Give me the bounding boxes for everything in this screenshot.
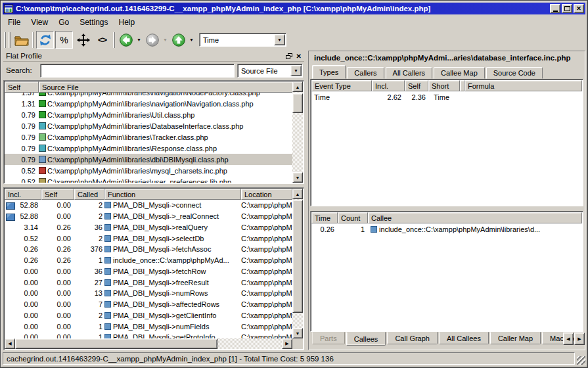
scrollbar-thumb[interactable] bbox=[292, 200, 303, 313]
scroll-up-icon[interactable]: ▲ bbox=[292, 81, 303, 92]
scroll-up-icon[interactable]: ▲ bbox=[292, 189, 303, 199]
title-bar[interactable]: C:\xampp\tmp\cachegrind.out.1416463299-C… bbox=[3, 3, 585, 14]
scroll-down-icon[interactable]: ▼ bbox=[292, 172, 303, 183]
toolbar-grip[interactable] bbox=[113, 32, 115, 48]
back-dropdown[interactable]: ▼ bbox=[135, 31, 143, 49]
function-row[interactable]: 52.88 0.00 2 PMA_DBI_Mysqli->connect C:\… bbox=[5, 200, 292, 211]
column-header-called[interactable]: Called bbox=[74, 189, 104, 200]
forward-button[interactable] bbox=[143, 31, 161, 49]
search-input[interactable] bbox=[40, 64, 235, 78]
function-row[interactable]: 0.00 0.00 27 PMA_DBI_Mysqli->freeResult … bbox=[5, 277, 292, 288]
column-header-self[interactable]: Self bbox=[405, 80, 428, 91]
bottom-tab[interactable]: Parts bbox=[312, 332, 345, 344]
column-header-location[interactable]: Location bbox=[241, 189, 292, 200]
column-header-event-type[interactable]: Event Type bbox=[311, 80, 372, 91]
menu-item[interactable]: Settings bbox=[74, 16, 113, 28]
function-row[interactable]: 0.00 0.00 1 PMA_DBI_Mysqli->getProtoInfo… bbox=[5, 332, 292, 338]
function-row[interactable]: 0.26 0.26 376 PMA_DBI_Mysqli->fetchAssoc… bbox=[5, 244, 292, 255]
tab-scroll-left-icon[interactable]: ◀ bbox=[563, 333, 574, 345]
resize-grip-icon[interactable] bbox=[577, 356, 585, 365]
bottom-tab[interactable]: Callees bbox=[346, 332, 386, 346]
column-header-self[interactable]: Self bbox=[5, 81, 39, 93]
callee-cell: include_once::C:\xampp\phpMyAdmin\librar… bbox=[368, 225, 582, 233]
function-row[interactable]: 0.00 0.00 1 PMA_DBI_Mysqli->numFields C:… bbox=[5, 321, 292, 332]
function-cell: PMA_DBI_Mysqli->realQuery bbox=[104, 223, 241, 231]
bottom-tab[interactable]: All Callees bbox=[439, 332, 489, 344]
column-header-incl[interactable]: Incl. bbox=[5, 189, 41, 200]
menu-item[interactable]: Help bbox=[114, 16, 141, 28]
grouping-combobox[interactable]: Source File ▼ bbox=[237, 64, 303, 78]
menu-item[interactable]: Go bbox=[53, 16, 74, 28]
scroll-left-icon[interactable]: ◀ bbox=[5, 338, 15, 349]
maximize-button[interactable] bbox=[562, 4, 572, 13]
source-file-row[interactable]: 0.79 C:\xampp\phpMyAdmin\libraries\Datab… bbox=[5, 120, 292, 131]
source-file-row[interactable]: 0.52 C:\xampp\phpMyAdmin\libraries\user_… bbox=[5, 176, 292, 183]
percentage-button[interactable]: % bbox=[55, 31, 73, 49]
function-row[interactable]: 0.00 0.00 7 PMA_DBI_Mysqli->affectedRows… bbox=[5, 299, 292, 310]
detail-tab[interactable]: All Callers bbox=[386, 67, 433, 79]
column-header-formula[interactable]: Formula bbox=[464, 80, 582, 91]
minimize-button[interactable] bbox=[550, 4, 560, 13]
list-vertical-scrollbar[interactable]: ▲ ▼ bbox=[292, 81, 303, 183]
source-file-row[interactable]: 1.31 C:\xampp\phpMyAdmin\libraries\navig… bbox=[5, 98, 292, 109]
up-button[interactable] bbox=[170, 31, 187, 49]
source-file-row[interactable]: 0.52 C:\xampp\phpMyAdmin\libraries\mysql… bbox=[5, 165, 292, 176]
column-header-source-file[interactable]: Source File bbox=[39, 81, 303, 93]
function-vertical-scrollbar[interactable]: ▲ ▼ bbox=[292, 189, 303, 338]
column-header-time[interactable]: Time bbox=[311, 212, 338, 223]
scrollbar-thumb[interactable] bbox=[15, 338, 217, 349]
toolbar-grip[interactable] bbox=[4, 32, 6, 48]
dock-float-button[interactable] bbox=[286, 53, 292, 59]
source-file-row[interactable]: 0.79 C:\xampp\phpMyAdmin\libraries\Track… bbox=[5, 131, 292, 143]
menu-item[interactable]: View bbox=[26, 16, 53, 28]
column-header-short[interactable]: Short bbox=[428, 80, 460, 91]
callees-table: Time Count Callee 0.26 1 include_once::C… bbox=[310, 211, 583, 332]
source-file-row[interactable]: 1.37 C:\xampp\phpMyAdmin\libraries\navig… bbox=[5, 93, 292, 98]
scroll-right-icon[interactable]: ▶ bbox=[282, 338, 292, 349]
column-header-function[interactable]: Function bbox=[104, 189, 241, 200]
source-file-row[interactable]: 0.79 C:\xampp\phpMyAdmin\libraries\Respo… bbox=[5, 143, 292, 154]
event-type-combobox[interactable]: Time ▼ bbox=[199, 33, 286, 47]
column-header-self[interactable]: Self bbox=[41, 189, 74, 200]
function-row[interactable]: 52.88 0.00 2 PMA_DBI_Mysqli->_realConnec… bbox=[5, 211, 292, 222]
column-header-callee[interactable]: Callee bbox=[368, 212, 582, 223]
detail-tab[interactable]: Callers bbox=[347, 67, 384, 79]
cycle-detection-button[interactable]: <> bbox=[93, 31, 111, 49]
detail-tab[interactable]: Source Code bbox=[486, 67, 543, 79]
toolbar-grip[interactable] bbox=[32, 32, 34, 48]
function-row[interactable]: 0.00 0.00 13 PMA_DBI_Mysqli->numRows C:\… bbox=[5, 288, 292, 299]
forward-dropdown[interactable]: ▼ bbox=[162, 31, 169, 49]
open-file-button[interactable] bbox=[12, 31, 30, 49]
called-value: 2 bbox=[74, 311, 104, 319]
function-row[interactable]: 0.00 0.00 36 PMA_DBI_Mysqli->fetchRow C:… bbox=[5, 266, 292, 277]
column-header-incl[interactable]: Incl. bbox=[372, 80, 405, 91]
scroll-down-icon[interactable]: ▼ bbox=[292, 328, 303, 338]
up-dropdown[interactable]: ▼ bbox=[188, 31, 195, 49]
function-row[interactable]: 0.00 0.00 2 PMA_DBI_Mysqli->getClientInf… bbox=[5, 310, 292, 321]
bottom-tab[interactable]: Call Graph bbox=[387, 332, 438, 344]
expand-areas-button[interactable] bbox=[74, 31, 92, 49]
dock-title-bar[interactable]: Flat Profile ✕ bbox=[3, 51, 304, 62]
function-row[interactable]: 3.14 0.26 36 PMA_DBI_Mysqli->realQuery C… bbox=[5, 222, 292, 233]
menu-item[interactable]: File bbox=[3, 16, 26, 28]
scrollbar-thumb[interactable] bbox=[292, 93, 303, 113]
detail-tab[interactable]: Types bbox=[312, 65, 346, 79]
callee-row[interactable]: 0.26 1 include_once::C:\xampp\phpMyAdmin… bbox=[311, 223, 582, 235]
source-file-row[interactable]: 0.79 C:\xampp\phpMyAdmin\libraries\dbi\D… bbox=[5, 154, 292, 165]
function-horizontal-scrollbar[interactable]: ◀ ▶ bbox=[5, 338, 292, 349]
combo-dropdown-icon[interactable]: ▼ bbox=[290, 65, 302, 76]
dock-close-button[interactable]: ✕ bbox=[296, 53, 302, 60]
function-row[interactable]: 0.52 0.00 2 PMA_DBI_Mysqli->selectDb C:\… bbox=[5, 233, 292, 244]
toolbar-grip[interactable] bbox=[9, 32, 11, 48]
combo-dropdown-icon[interactable]: ▼ bbox=[274, 34, 285, 45]
close-button[interactable]: ✕ bbox=[574, 4, 584, 13]
bottom-tab[interactable]: Caller Map bbox=[490, 332, 541, 344]
detail-tab[interactable]: Callee Map bbox=[434, 67, 485, 79]
tab-scroll-right-icon[interactable]: ▶ bbox=[574, 333, 585, 345]
function-row[interactable]: 0.26 0.26 1 include_once::C:\xampp\phpMy… bbox=[5, 255, 292, 266]
event-type-row[interactable]: Time 2.62 2.36 Time bbox=[311, 91, 582, 103]
source-file-row[interactable]: 0.79 C:\xampp\phpMyAdmin\libraries\Util.… bbox=[5, 109, 292, 120]
relative-cost-button[interactable] bbox=[36, 31, 54, 49]
back-button[interactable] bbox=[117, 31, 135, 49]
column-header-count[interactable]: Count bbox=[338, 212, 368, 223]
